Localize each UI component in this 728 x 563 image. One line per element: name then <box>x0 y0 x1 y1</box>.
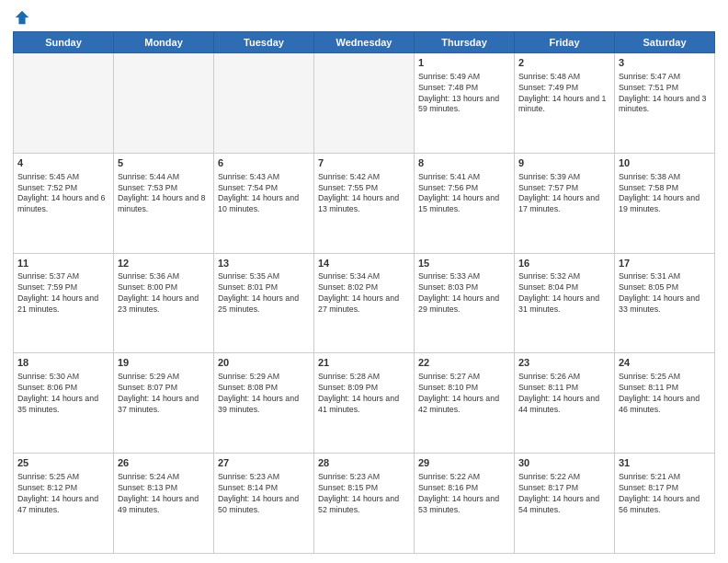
day-number: 2 <box>518 56 610 70</box>
day-info: Sunrise: 5:26 AM Sunset: 8:11 PM Dayligh… <box>518 372 610 416</box>
weekday-header: Wednesday <box>314 32 415 53</box>
day-number: 19 <box>118 356 210 370</box>
calendar-cell: 15Sunrise: 5:33 AM Sunset: 8:03 PM Dayli… <box>415 253 515 353</box>
day-number: 10 <box>619 156 711 170</box>
day-number: 22 <box>418 356 510 370</box>
calendar-cell: 14Sunrise: 5:34 AM Sunset: 8:02 PM Dayli… <box>314 253 415 353</box>
calendar-cell: 29Sunrise: 5:22 AM Sunset: 8:16 PM Dayli… <box>415 454 515 554</box>
day-number: 6 <box>218 156 310 170</box>
calendar-cell <box>314 53 415 154</box>
day-number: 21 <box>318 356 410 370</box>
day-number: 5 <box>118 156 210 170</box>
logo <box>13 9 31 26</box>
day-info: Sunrise: 5:25 AM Sunset: 8:11 PM Dayligh… <box>619 372 711 416</box>
calendar-cell <box>114 53 214 154</box>
calendar-cell: 21Sunrise: 5:28 AM Sunset: 8:09 PM Dayli… <box>314 353 415 454</box>
calendar-cell: 24Sunrise: 5:25 AM Sunset: 8:11 PM Dayli… <box>615 353 715 454</box>
calendar-cell: 3Sunrise: 5:47 AM Sunset: 7:51 PM Daylig… <box>615 53 715 154</box>
calendar-cell: 13Sunrise: 5:35 AM Sunset: 8:01 PM Dayli… <box>214 253 314 353</box>
day-info: Sunrise: 5:47 AM Sunset: 7:51 PM Dayligh… <box>619 72 711 116</box>
day-number: 15 <box>418 257 510 270</box>
day-info: Sunrise: 5:42 AM Sunset: 7:55 PM Dayligh… <box>318 172 410 216</box>
day-number: 31 <box>619 456 711 470</box>
day-number: 18 <box>17 356 109 370</box>
calendar-week-row: 1Sunrise: 5:49 AM Sunset: 7:48 PM Daylig… <box>14 53 715 154</box>
day-number: 14 <box>318 257 410 270</box>
page: SundayMondayTuesdayWednesdayThursdayFrid… <box>0 0 728 563</box>
day-number: 24 <box>619 356 711 370</box>
calendar-cell: 20Sunrise: 5:29 AM Sunset: 8:08 PM Dayli… <box>214 353 314 454</box>
day-number: 30 <box>518 456 610 470</box>
weekday-header: Monday <box>114 32 214 53</box>
day-info: Sunrise: 5:21 AM Sunset: 8:17 PM Dayligh… <box>619 472 711 516</box>
day-info: Sunrise: 5:29 AM Sunset: 8:08 PM Dayligh… <box>218 372 310 416</box>
day-info: Sunrise: 5:49 AM Sunset: 7:48 PM Dayligh… <box>418 72 510 116</box>
day-number: 9 <box>518 156 610 170</box>
day-number: 26 <box>118 456 210 470</box>
header <box>13 9 715 26</box>
day-info: Sunrise: 5:41 AM Sunset: 7:56 PM Dayligh… <box>418 172 510 216</box>
calendar-cell: 1Sunrise: 5:49 AM Sunset: 7:48 PM Daylig… <box>415 53 515 154</box>
day-info: Sunrise: 5:37 AM Sunset: 7:59 PM Dayligh… <box>17 271 109 316</box>
calendar-cell: 22Sunrise: 5:27 AM Sunset: 8:10 PM Dayli… <box>415 353 515 454</box>
day-number: 4 <box>17 156 109 170</box>
calendar-cell: 12Sunrise: 5:36 AM Sunset: 8:00 PM Dayli… <box>114 253 214 353</box>
day-number: 29 <box>418 456 510 470</box>
day-number: 23 <box>518 356 610 370</box>
day-number: 16 <box>518 257 610 270</box>
day-info: Sunrise: 5:39 AM Sunset: 7:57 PM Dayligh… <box>518 172 610 216</box>
weekday-header: Friday <box>515 32 615 53</box>
day-info: Sunrise: 5:33 AM Sunset: 8:03 PM Dayligh… <box>418 271 510 316</box>
calendar-week-row: 11Sunrise: 5:37 AM Sunset: 7:59 PM Dayli… <box>14 253 715 353</box>
calendar-cell: 2Sunrise: 5:48 AM Sunset: 7:49 PM Daylig… <box>515 53 615 154</box>
day-info: Sunrise: 5:38 AM Sunset: 7:58 PM Dayligh… <box>619 172 711 216</box>
day-info: Sunrise: 5:27 AM Sunset: 8:10 PM Dayligh… <box>418 372 510 416</box>
day-number: 13 <box>218 257 310 270</box>
calendar-cell: 5Sunrise: 5:44 AM Sunset: 7:53 PM Daylig… <box>114 153 214 253</box>
day-info: Sunrise: 5:22 AM Sunset: 8:17 PM Dayligh… <box>518 472 610 516</box>
day-number: 25 <box>17 456 109 470</box>
day-number: 1 <box>418 56 510 70</box>
calendar-cell: 26Sunrise: 5:24 AM Sunset: 8:13 PM Dayli… <box>114 454 214 554</box>
day-info: Sunrise: 5:30 AM Sunset: 8:06 PM Dayligh… <box>17 372 109 416</box>
calendar-cell: 23Sunrise: 5:26 AM Sunset: 8:11 PM Dayli… <box>515 353 615 454</box>
calendar-cell: 25Sunrise: 5:25 AM Sunset: 8:12 PM Dayli… <box>14 454 114 554</box>
calendar-cell: 31Sunrise: 5:21 AM Sunset: 8:17 PM Dayli… <box>615 454 715 554</box>
weekday-header: Thursday <box>415 32 515 53</box>
day-info: Sunrise: 5:29 AM Sunset: 8:07 PM Dayligh… <box>118 372 210 416</box>
svg-marker-0 <box>16 11 28 24</box>
calendar-week-row: 25Sunrise: 5:25 AM Sunset: 8:12 PM Dayli… <box>14 454 715 554</box>
calendar-cell: 4Sunrise: 5:45 AM Sunset: 7:52 PM Daylig… <box>14 153 114 253</box>
day-number: 20 <box>218 356 310 370</box>
calendar-cell: 8Sunrise: 5:41 AM Sunset: 7:56 PM Daylig… <box>415 153 515 253</box>
day-info: Sunrise: 5:31 AM Sunset: 8:05 PM Dayligh… <box>619 271 711 316</box>
day-info: Sunrise: 5:28 AM Sunset: 8:09 PM Dayligh… <box>318 372 410 416</box>
logo-icon <box>14 9 30 26</box>
calendar-cell: 7Sunrise: 5:42 AM Sunset: 7:55 PM Daylig… <box>314 153 415 253</box>
day-info: Sunrise: 5:48 AM Sunset: 7:49 PM Dayligh… <box>518 72 610 116</box>
calendar-cell: 19Sunrise: 5:29 AM Sunset: 8:07 PM Dayli… <box>114 353 214 454</box>
day-info: Sunrise: 5:25 AM Sunset: 8:12 PM Dayligh… <box>17 472 109 516</box>
day-number: 11 <box>17 257 109 270</box>
day-number: 17 <box>619 257 711 270</box>
calendar-cell: 30Sunrise: 5:22 AM Sunset: 8:17 PM Dayli… <box>515 454 615 554</box>
day-number: 27 <box>218 456 310 470</box>
calendar-cell: 6Sunrise: 5:43 AM Sunset: 7:54 PM Daylig… <box>214 153 314 253</box>
calendar-cell: 18Sunrise: 5:30 AM Sunset: 8:06 PM Dayli… <box>14 353 114 454</box>
weekday-header: Saturday <box>615 32 715 53</box>
calendar-cell <box>214 53 314 154</box>
calendar-cell: 28Sunrise: 5:23 AM Sunset: 8:15 PM Dayli… <box>314 454 415 554</box>
day-info: Sunrise: 5:22 AM Sunset: 8:16 PM Dayligh… <box>418 472 510 516</box>
day-info: Sunrise: 5:35 AM Sunset: 8:01 PM Dayligh… <box>218 271 310 316</box>
calendar-table: SundayMondayTuesdayWednesdayThursdayFrid… <box>13 31 715 554</box>
day-info: Sunrise: 5:24 AM Sunset: 8:13 PM Dayligh… <box>118 472 210 516</box>
day-info: Sunrise: 5:44 AM Sunset: 7:53 PM Dayligh… <box>118 172 210 216</box>
calendar-week-row: 4Sunrise: 5:45 AM Sunset: 7:52 PM Daylig… <box>14 153 715 253</box>
day-info: Sunrise: 5:36 AM Sunset: 8:00 PM Dayligh… <box>118 271 210 316</box>
day-number: 28 <box>318 456 410 470</box>
calendar-cell: 17Sunrise: 5:31 AM Sunset: 8:05 PM Dayli… <box>615 253 715 353</box>
calendar-cell: 27Sunrise: 5:23 AM Sunset: 8:14 PM Dayli… <box>214 454 314 554</box>
weekday-header: Tuesday <box>214 32 314 53</box>
day-number: 8 <box>418 156 510 170</box>
calendar-cell: 9Sunrise: 5:39 AM Sunset: 7:57 PM Daylig… <box>515 153 615 253</box>
